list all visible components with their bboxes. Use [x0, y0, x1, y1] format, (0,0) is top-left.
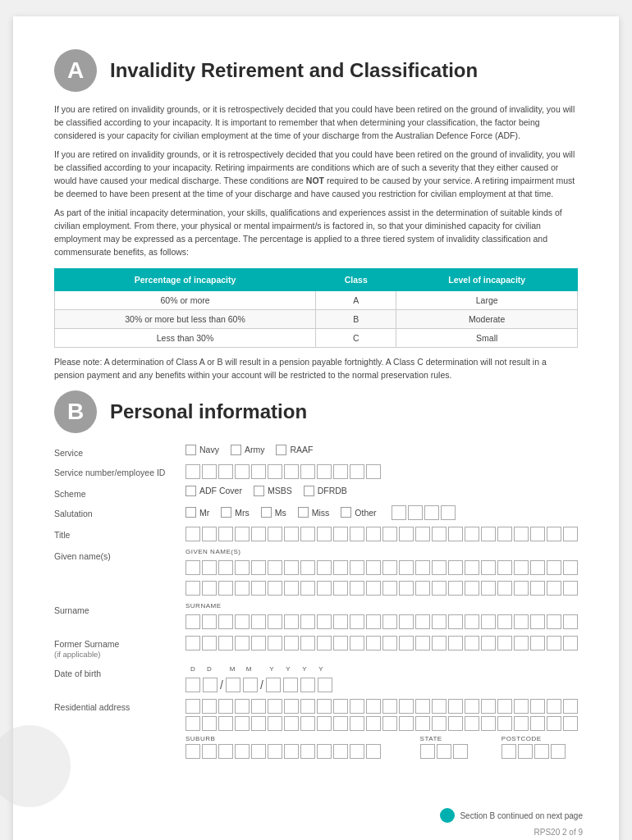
- given-name-cell-22[interactable]: [530, 560, 545, 575]
- addr2-cell-19[interactable]: [481, 716, 496, 731]
- former-surname-cell-18[interactable]: [465, 636, 479, 651]
- given-name2-cell-4[interactable]: [235, 581, 250, 596]
- service-number-cell-6[interactable]: [268, 464, 282, 479]
- scheme-dfrdb-group[interactable]: DFRDB: [304, 486, 347, 496]
- addr-cell-9[interactable]: [317, 699, 332, 714]
- former-surname-cell-15[interactable]: [415, 636, 430, 651]
- addr-cell-24[interactable]: [563, 699, 578, 714]
- salutation-other-cell-3[interactable]: [424, 505, 439, 520]
- addr2-cell-11[interactable]: [350, 716, 364, 731]
- given-name2-cell-9[interactable]: [317, 581, 332, 596]
- surname-cell-18[interactable]: [465, 614, 479, 629]
- surname-cell-3[interactable]: [218, 614, 233, 629]
- given-name-cell-16[interactable]: [432, 560, 447, 575]
- addr2-cell-20[interactable]: [497, 716, 512, 731]
- addr2-cell-17[interactable]: [448, 716, 463, 731]
- given-name2-cell-2[interactable]: [202, 581, 217, 596]
- addr2-cell-23[interactable]: [547, 716, 561, 731]
- addr-cell-4[interactable]: [235, 699, 250, 714]
- addr-cell-2[interactable]: [202, 699, 217, 714]
- service-army-group[interactable]: Army: [231, 445, 265, 455]
- given-name2-cell-19[interactable]: [481, 581, 496, 596]
- service-army-checkbox[interactable]: [231, 445, 241, 455]
- given-name2-cell-22[interactable]: [530, 581, 545, 596]
- scheme-adfcover-checkbox[interactable]: [185, 486, 196, 496]
- given-name-cell-20[interactable]: [497, 560, 512, 575]
- suburb-cell-3[interactable]: [218, 744, 233, 759]
- salutation-ms-checkbox[interactable]: [261, 507, 272, 518]
- former-surname-cell-23[interactable]: [547, 636, 561, 651]
- given-name-cell-9[interactable]: [317, 560, 332, 575]
- surname-cell-20[interactable]: [497, 614, 512, 629]
- addr-cell-13[interactable]: [382, 699, 397, 714]
- title-cell-1[interactable]: [185, 527, 200, 541]
- given-name-cell-1[interactable]: [185, 560, 200, 575]
- given-name-cell-6[interactable]: [268, 560, 282, 575]
- given-name2-cell-6[interactable]: [268, 581, 282, 596]
- title-cell-14[interactable]: [399, 527, 414, 541]
- salutation-mr-group[interactable]: Mr: [185, 507, 209, 518]
- given-name2-cell-23[interactable]: [547, 581, 561, 596]
- surname-cell-6[interactable]: [268, 614, 282, 629]
- addr2-cell-8[interactable]: [300, 716, 315, 731]
- state-cell-2[interactable]: [437, 744, 451, 759]
- addr2-cell-24[interactable]: [563, 716, 578, 731]
- former-surname-cell-20[interactable]: [497, 636, 512, 651]
- dob-day1[interactable]: [185, 678, 200, 692]
- service-number-cell-7[interactable]: [284, 464, 299, 479]
- surname-cell-17[interactable]: [448, 614, 463, 629]
- suburb-cell-1[interactable]: [185, 744, 200, 759]
- former-surname-cell-3[interactable]: [218, 636, 233, 651]
- surname-cell-14[interactable]: [399, 614, 414, 629]
- dob-day2[interactable]: [203, 678, 218, 692]
- given-name2-cell-18[interactable]: [465, 581, 479, 596]
- salutation-other-group[interactable]: Other: [341, 507, 376, 518]
- addr2-cell-22[interactable]: [530, 716, 545, 731]
- addr-cell-14[interactable]: [399, 699, 414, 714]
- state-cell-3[interactable]: [453, 744, 468, 759]
- title-cell-20[interactable]: [497, 527, 512, 541]
- given-name-cell-18[interactable]: [465, 560, 479, 575]
- addr2-cell-13[interactable]: [382, 716, 397, 731]
- given-name-cell-4[interactable]: [235, 560, 250, 575]
- addr2-cell-5[interactable]: [251, 716, 266, 731]
- given-name-cell-21[interactable]: [514, 560, 529, 575]
- title-cell-5[interactable]: [251, 527, 266, 541]
- addr-cell-5[interactable]: [251, 699, 266, 714]
- former-surname-cell-8[interactable]: [300, 636, 315, 651]
- title-cell-17[interactable]: [448, 527, 463, 541]
- service-number-cell-8[interactable]: [300, 464, 315, 479]
- former-surname-cell-14[interactable]: [399, 636, 414, 651]
- scheme-msbs-group[interactable]: MSBS: [254, 486, 292, 496]
- given-name2-cell-21[interactable]: [514, 581, 529, 596]
- given-name-cell-15[interactable]: [415, 560, 430, 575]
- surname-cell-7[interactable]: [284, 614, 299, 629]
- title-cell-9[interactable]: [317, 527, 332, 541]
- addr2-cell-12[interactable]: [366, 716, 381, 731]
- addr2-cell-3[interactable]: [218, 716, 233, 731]
- title-cell-13[interactable]: [382, 527, 397, 541]
- former-surname-cell-22[interactable]: [530, 636, 545, 651]
- former-surname-cell-13[interactable]: [382, 636, 397, 651]
- salutation-miss-group[interactable]: Miss: [298, 507, 330, 518]
- scheme-msbs-checkbox[interactable]: [254, 486, 264, 496]
- given-name-cell-3[interactable]: [218, 560, 233, 575]
- addr2-cell-7[interactable]: [284, 716, 299, 731]
- given-name2-cell-5[interactable]: [251, 581, 266, 596]
- salutation-other-cell-1[interactable]: [392, 505, 406, 520]
- former-surname-cell-21[interactable]: [514, 636, 529, 651]
- surname-cell-11[interactable]: [350, 614, 364, 629]
- title-cell-24[interactable]: [563, 527, 578, 541]
- addr-cell-8[interactable]: [300, 699, 315, 714]
- dob-year3[interactable]: [300, 678, 315, 692]
- service-number-cell-12[interactable]: [366, 464, 381, 479]
- given-name2-cell-7[interactable]: [284, 581, 299, 596]
- service-number-cell-4[interactable]: [235, 464, 250, 479]
- title-cell-22[interactable]: [530, 527, 545, 541]
- dob-year4[interactable]: [318, 678, 332, 692]
- dob-year1[interactable]: [266, 678, 281, 692]
- given-name2-cell-1[interactable]: [185, 581, 200, 596]
- addr-cell-1[interactable]: [185, 699, 200, 714]
- addr2-cell-2[interactable]: [202, 716, 217, 731]
- postcode-cell-3[interactable]: [534, 744, 549, 759]
